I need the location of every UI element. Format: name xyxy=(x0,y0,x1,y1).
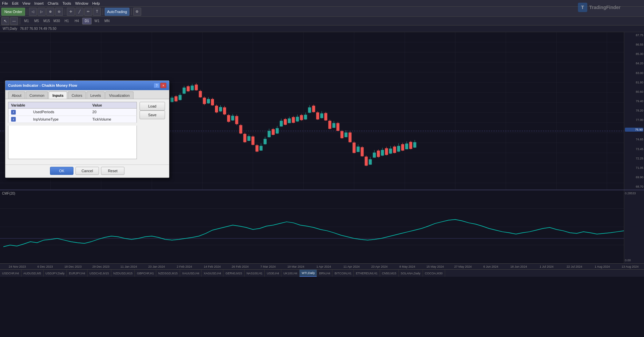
dialog-tab-about[interactable]: About xyxy=(8,91,25,99)
inputs-table: Variable Value i UsedPeriods 20 xyxy=(8,102,137,123)
dialog-overlay: Custom Indicator - Chaikin Money Flow ? … xyxy=(0,0,644,337)
cancel-button[interactable]: Cancel xyxy=(75,167,99,175)
ok-button[interactable]: OK xyxy=(50,167,73,175)
save-button[interactable]: Save xyxy=(140,111,165,119)
row-variable-0[interactable]: UsedPeriods xyxy=(31,109,90,116)
indicator-dialog: Custom Indicator - Chaikin Money Flow ? … xyxy=(5,80,169,178)
row-icon-0: i xyxy=(8,109,31,116)
empty-area xyxy=(8,126,137,159)
table-row[interactable]: i UsedPeriods 20 xyxy=(8,109,137,116)
dialog-tabs: About Common Inputs Colors Levels Visual… xyxy=(5,90,169,99)
load-button[interactable]: Load xyxy=(140,102,165,111)
row-value-0[interactable]: 20 xyxy=(90,109,137,116)
dialog-footer: OK Cancel Reset xyxy=(5,164,169,178)
dialog-right-panel: Load Save xyxy=(140,102,166,162)
dialog-left-panel: Variable Value i UsedPeriods 20 xyxy=(8,102,137,162)
dialog-body: Variable Value i UsedPeriods 20 xyxy=(5,99,169,164)
table-row[interactable]: i InpVolumeType TickVolume xyxy=(8,116,137,123)
col-value: Value xyxy=(90,102,137,109)
variable-icon-0: i xyxy=(11,110,16,115)
row-variable-1[interactable]: InpVolumeType xyxy=(31,116,90,123)
col-variable: Variable xyxy=(8,102,90,109)
dialog-titlebar: Custom Indicator - Chaikin Money Flow ? … xyxy=(5,81,169,90)
dialog-close-button[interactable]: × xyxy=(160,83,166,88)
dialog-help-button[interactable]: ? xyxy=(154,83,160,88)
row-value-1[interactable]: TickVolume xyxy=(90,116,137,123)
dialog-tab-visualization[interactable]: Visualization xyxy=(105,91,133,99)
dialog-title: Custom Indicator - Chaikin Money Flow xyxy=(8,83,153,87)
dialog-tab-inputs[interactable]: Inputs xyxy=(49,91,67,99)
reset-button[interactable]: Reset xyxy=(101,167,124,175)
variable-icon-1: i xyxy=(11,117,16,122)
dialog-tab-levels[interactable]: Levels xyxy=(87,91,105,99)
dialog-tab-common[interactable]: Common xyxy=(26,91,48,99)
dialog-tab-colors[interactable]: Colors xyxy=(68,91,86,99)
row-icon-1: i xyxy=(8,116,31,123)
